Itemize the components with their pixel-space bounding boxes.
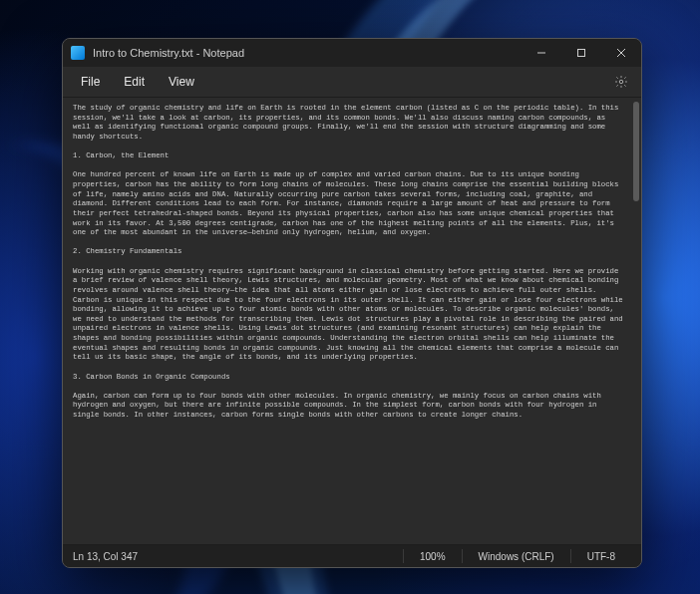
gear-icon bbox=[614, 75, 628, 89]
minimize-button[interactable] bbox=[522, 39, 561, 67]
window-title: Intro to Chemistry.txt - Notepad bbox=[93, 47, 244, 59]
notepad-icon bbox=[71, 46, 85, 60]
status-line-ending[interactable]: Windows (CRLF) bbox=[462, 549, 570, 563]
scrollbar-thumb[interactable] bbox=[633, 102, 639, 201]
menu-view[interactable]: View bbox=[157, 71, 206, 93]
menu-file[interactable]: File bbox=[69, 71, 112, 93]
vertical-scrollbar[interactable] bbox=[633, 102, 639, 540]
editor-area: The study of organic chemistry and life … bbox=[63, 98, 641, 544]
maximize-button[interactable] bbox=[561, 39, 601, 67]
settings-button[interactable] bbox=[607, 70, 635, 94]
status-cursor-position: Ln 13, Col 347 bbox=[73, 551, 403, 562]
close-button[interactable] bbox=[601, 39, 641, 67]
status-zoom[interactable]: 100% bbox=[403, 549, 462, 563]
statusbar: Ln 13, Col 347 100% Windows (CRLF) UTF-8 bbox=[63, 544, 641, 567]
menu-edit[interactable]: Edit bbox=[112, 71, 157, 93]
svg-point-1 bbox=[619, 80, 623, 84]
notepad-window: Intro to Chemistry.txt - Notepad File Ed… bbox=[62, 38, 642, 568]
svg-rect-0 bbox=[578, 50, 585, 57]
titlebar[interactable]: Intro to Chemistry.txt - Notepad bbox=[63, 39, 641, 67]
status-encoding[interactable]: UTF-8 bbox=[570, 549, 631, 563]
text-editor[interactable]: The study of organic chemistry and life … bbox=[63, 98, 631, 544]
menubar: File Edit View bbox=[63, 67, 641, 98]
